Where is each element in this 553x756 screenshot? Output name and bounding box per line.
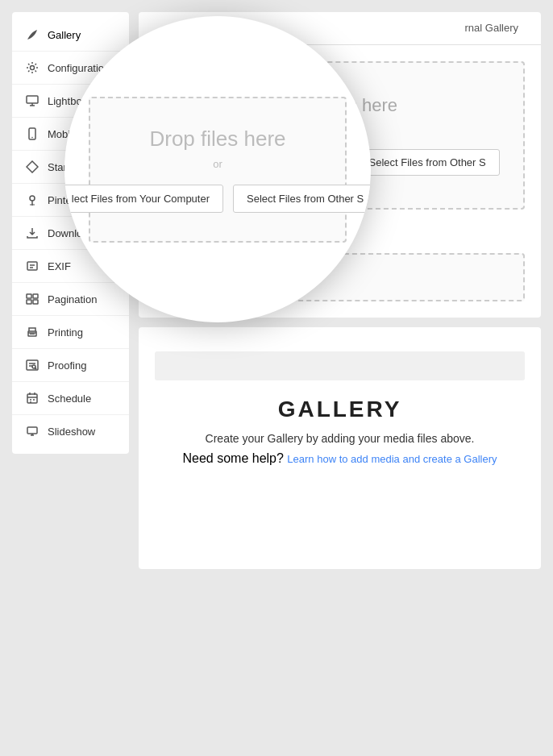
pagination-icon [25,292,40,306]
tab-external[interactable]: rnal Gallery [452,12,531,45]
gallery-title: GALLERY [278,397,402,422]
sidebar-label-proofing: Proofing [48,359,86,372]
exif-icon [25,259,40,273]
gallery-panel: GALLERY Create your Gallery by adding yo… [139,327,541,569]
gallery-help-link[interactable]: Learn how to add media and create a Gall… [287,453,497,465]
diamond-icon [25,160,40,174]
svg-point-14 [32,365,35,368]
svg-rect-16 [27,427,37,434]
svg-rect-12 [30,334,35,334]
svg-rect-1 [27,96,38,103]
svg-rect-7 [27,294,31,298]
sidebar-label-exif: EXIF [48,260,71,272]
sidebar-item-proofing[interactable]: Proofing [12,349,129,382]
svg-point-5 [30,196,35,201]
leaf-icon [25,27,40,42]
schedule-icon [25,391,40,405]
magnifier-inner: Drop files here or lect Files from Your … [64,16,371,322]
magnifier-overlay: Drop files here or lect Files from Your … [64,16,371,322]
sidebar-item-slideshow[interactable]: Slideshow [12,415,129,447]
gear-icon [25,60,40,75]
monitor-icon [25,93,40,108]
sidebar-label-printing: Printing [48,326,83,339]
svg-rect-10 [33,300,38,304]
svg-marker-4 [27,161,38,172]
print-icon [25,325,40,339]
svg-rect-6 [27,262,37,270]
magnifier-select-computer-button[interactable]: lect Files from Your Computer [64,185,223,213]
svg-rect-8 [33,294,38,298]
proofing-icon [25,358,40,372]
pin-icon [25,193,40,207]
sidebar-item-pagination[interactable]: Pagination [12,283,129,316]
sidebar-label-slideshow: Slideshow [48,426,95,438]
download-icon [25,226,40,240]
magnifier-drop-zone[interactable]: Drop files here or lect Files from Your … [89,97,347,243]
sidebar-label-gallery: Gallery [48,29,81,41]
magnifier-drop-or: or [106,158,329,170]
gallery-help-row: Need some help? Learn how to add media a… [182,451,497,466]
magnifier-select-other-button[interactable]: Select Files from Other S [233,185,371,213]
gallery-help-prefix: Need some help? [182,451,283,465]
sidebar-label-schedule: Schedule [48,393,91,405]
svg-rect-15 [27,394,37,403]
svg-point-3 [31,137,33,139]
gallery-toolbar [155,351,525,380]
sidebar-item-printing[interactable]: Printing [12,316,129,349]
mobile-icon [25,127,40,141]
gallery-subtitle: Create your Gallery by adding your media… [206,432,475,445]
svg-point-0 [31,66,35,70]
sidebar-item-schedule[interactable]: Schedule [12,382,129,415]
svg-rect-9 [27,300,31,304]
select-other-button[interactable]: Select Files from Other S [356,149,500,176]
magnifier-btn-row: lect Files from Your Computer Select Fil… [106,185,329,213]
sidebar-item-gallery[interactable]: Gallery [12,19,129,52]
slideshow-icon [25,424,40,438]
sidebar-label-pagination: Pagination [48,293,97,305]
magnifier-drop-text: Drop files here [106,127,329,152]
